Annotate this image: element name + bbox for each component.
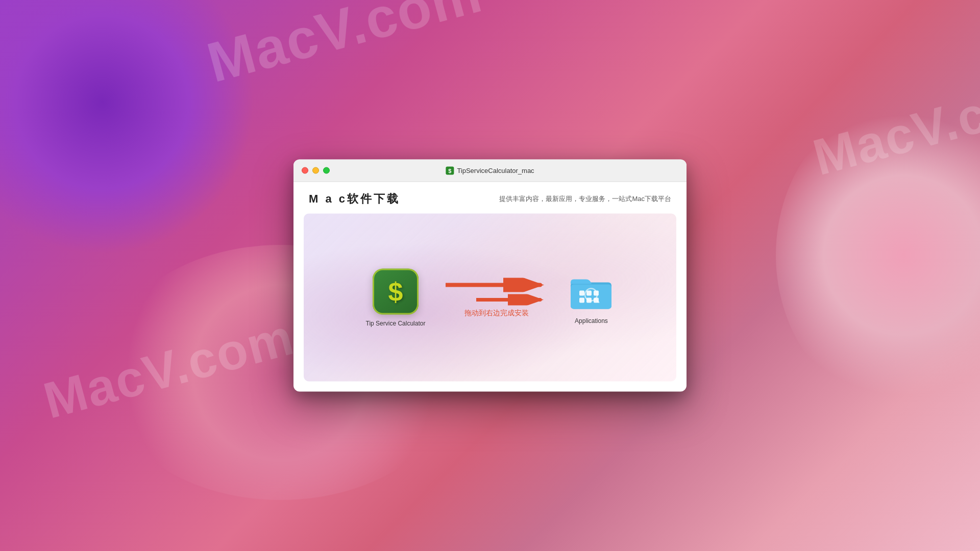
- install-content: $ Tip Service Calculator: [366, 268, 615, 327]
- installer-window: $ TipServiceCalculator_mac M a c软件下载 提供丰…: [293, 160, 687, 392]
- window-title: TipServiceCalculator_mac: [457, 167, 534, 174]
- traffic-lights: [302, 167, 330, 174]
- arrows-container: 拖动到右边完成安装: [446, 278, 548, 317]
- drag-instruction: 拖动到右边完成安装: [464, 308, 529, 317]
- app-label: Tip Service Calculator: [366, 319, 426, 327]
- maximize-button[interactable]: [323, 167, 330, 174]
- folder-icon-container: Applications: [568, 271, 614, 324]
- window-title-area: $ TipServiceCalculator_mac: [446, 166, 534, 174]
- site-subtitle: 提供丰富内容，最新应用，专业服务，一站式Mac下载平台: [499, 194, 671, 204]
- svg-rect-9: [579, 297, 584, 303]
- title-bar: $ TipServiceCalculator_mac: [293, 160, 687, 182]
- app-icon: $: [373, 268, 419, 314]
- app-icon-circle: [373, 268, 419, 314]
- folder-label: Applications: [575, 317, 608, 324]
- install-area: $ Tip Service Calculator: [304, 214, 676, 382]
- close-button[interactable]: [302, 167, 308, 174]
- arrow-large: [446, 278, 548, 292]
- content-header: M a c软件下载 提供丰富内容，最新应用，专业服务，一站式Mac下载平台: [293, 182, 687, 214]
- minimize-button[interactable]: [312, 167, 319, 174]
- arrow-small: [476, 294, 548, 305]
- svg-rect-6: [579, 290, 584, 295]
- applications-folder-icon: [568, 271, 614, 312]
- svg-rect-7: [586, 290, 592, 295]
- app-icon-container: $ Tip Service Calculator: [366, 268, 426, 327]
- app-title-icon: $: [446, 166, 454, 174]
- site-title: M a c软件下载: [309, 191, 400, 207]
